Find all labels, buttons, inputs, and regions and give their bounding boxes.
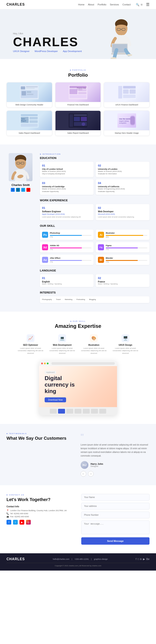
- about-photo: [9, 153, 33, 181]
- contact-ig-icon[interactable]: ◎: [26, 520, 31, 524]
- testimonial-eyebrow: ● TESTIMONIALS: [7, 432, 75, 434]
- expertise-card-web: 💻 Web Development Lorem ipsum dolor sit …: [48, 334, 76, 354]
- edu-num-2: 02: [98, 164, 147, 167]
- testimonial-next-btn[interactable]: →: [88, 471, 94, 477]
- preview-download-btn[interactable]: Download Now: [45, 397, 66, 402]
- nav-logo[interactable]: CHARLES: [7, 2, 25, 6]
- skill-grid: Ps Photoshop 77% Ai Illustrator 90%: [40, 230, 149, 265]
- footer-contact-info: hello@charles.com | +200-485-12291 | gra…: [53, 558, 108, 560]
- nav-link-about[interactable]: About: [88, 3, 94, 6]
- footer-fb-icon[interactable]: f: [136, 558, 136, 561]
- nav-link-contact[interactable]: Contact: [122, 3, 131, 6]
- skill-icon-ps: Ps: [42, 232, 48, 238]
- testimonial-author: HJ Harry John Designer: [81, 461, 149, 469]
- skill-name-ae: After Effect: [50, 257, 92, 259]
- grid-icon[interactable]: ⊞: [141, 3, 142, 6]
- svg-text:Finance Kits: Finance Kits: [77, 87, 86, 89]
- fax-icon: 📠: [7, 516, 9, 518]
- edu-card-4: 04 University of California Master of En…: [96, 179, 149, 194]
- portfolio-grid: Web Design Community Header Finance Kits…: [7, 82, 149, 136]
- skill-info-xd: Adobe XD 77%: [50, 244, 92, 250]
- svg-rect-38: [21, 124, 38, 127]
- portfolio-thumb-4: Sales Report: [7, 111, 52, 130]
- portfolio-label-4: Sales Report Dashboard: [7, 130, 52, 136]
- work-desc-1: Lorem ipsum dolor sit amet consectetur a…: [42, 216, 92, 218]
- interest-1: Photography: [42, 298, 52, 301]
- social-fb-icon[interactable]: f: [11, 188, 15, 192]
- skill-pct-bl: 77%: [106, 261, 147, 263]
- search-icon[interactable]: 🔍: [136, 3, 139, 6]
- expertise-preview: Appboard Digitalcurrency isking Download…: [39, 361, 117, 416]
- social-li-icon[interactable]: in: [16, 188, 20, 192]
- menu-icon[interactable]: ☰: [146, 2, 149, 7]
- portfolio-card-1[interactable]: Web Design Community Header: [7, 82, 52, 108]
- footer-bottom: Copyright © 2022 charles.com | All Reser…: [7, 563, 149, 567]
- preview-dot-red: [41, 362, 43, 364]
- work-company-1: Apple Developer (2016-2018): [42, 213, 92, 215]
- portfolio-preview-1: [20, 85, 39, 100]
- contact-section: ● CONTACT US Let's Work Together? Contac…: [0, 485, 156, 553]
- portfolio-card-2[interactable]: Finance Kits Dashboard Finance/ Kits Das…: [55, 82, 101, 108]
- preview-header: [39, 361, 117, 366]
- testimonial-section: ● TESTIMONIALS What We Say Our Customers…: [0, 424, 156, 485]
- skill-card-bl: Bl Blender 77%: [96, 254, 149, 265]
- skill-card-ps: Ps Photoshop 77%: [40, 230, 94, 240]
- lang-num-1: 01: [42, 276, 92, 280]
- contact-fb-icon[interactable]: f: [7, 520, 11, 524]
- footer-yt-icon[interactable]: ▶: [143, 558, 145, 561]
- svg-rect-34: [21, 114, 38, 116]
- lang-num-2: 02: [98, 276, 147, 280]
- about-person-svg: [9, 153, 33, 181]
- form-phone-input[interactable]: [81, 512, 149, 518]
- skill-info-ai: Illustrator 90%: [106, 232, 147, 238]
- footer-social-icons: f t in ▶ Be: [136, 558, 149, 561]
- nav-icons: 🔍 ⊞: [136, 3, 142, 6]
- portfolio-card-4[interactable]: Sales Report Sales Report Dashboard: [7, 110, 52, 136]
- portfolio-card-5[interactable]: Sales Report Dashboard: [55, 110, 101, 136]
- skill-info-fig: Figma 77%: [106, 244, 147, 250]
- portfolio-card-6[interactable]: Use the world's largest startup ecosyste…: [104, 110, 149, 136]
- footer-in-icon[interactable]: in: [140, 558, 142, 561]
- form-submit-btn[interactable]: Send Message: [81, 537, 149, 545]
- nav-link-home[interactable]: Home: [78, 3, 84, 6]
- work-role-2: Web Developer: [98, 210, 147, 213]
- form-message-input[interactable]: [81, 520, 149, 534]
- contact-eyebrow: ● CONTACT US: [7, 494, 75, 496]
- edu-degree-4: Master of Engineering (2016-2018)Graduat…: [98, 188, 147, 192]
- footer-phone: +200-485-12291: [74, 558, 89, 560]
- svg-rect-36: [29, 117, 38, 120]
- footer-tw-icon[interactable]: t: [138, 558, 138, 561]
- contact-form: Send Message: [81, 494, 149, 545]
- skill-pct-xd: 77%: [50, 249, 92, 250]
- skill-card-ai: Ai Illustrator 90%: [96, 230, 149, 240]
- lang-card-1: 01 English Basic / Writing / Speaking: [40, 274, 94, 287]
- language-grid: 01 English Basic / Writing / Speaking 02…: [40, 274, 149, 287]
- preview-thumb-4: [74, 409, 82, 414]
- expertise-card-seo: 📈 SEO Optimizer Lorem ipsum dolor sit am…: [17, 334, 45, 354]
- expertise-title: Amazing Expertise: [7, 323, 149, 329]
- nav-links: Home About Portfolio Services Contact 🔍 …: [78, 2, 149, 7]
- form-email-input[interactable]: [81, 503, 149, 510]
- testimonial-prev-btn[interactable]: ←: [81, 471, 86, 477]
- social-tw-icon[interactable]: t: [21, 188, 25, 192]
- nav-link-portfolio[interactable]: Portfolio: [98, 3, 106, 6]
- contact-yt-icon[interactable]: ▶: [20, 520, 24, 524]
- hero-role-sep-1: ·: [32, 50, 32, 52]
- hero-role-2: WordPress Developer: [34, 50, 58, 52]
- form-name-input[interactable]: [81, 494, 149, 500]
- interest-2: Travel: [56, 298, 61, 301]
- social-yt-icon[interactable]: yt: [26, 188, 30, 192]
- nav-link-services[interactable]: Services: [110, 3, 119, 6]
- footer-be-icon[interactable]: Be: [146, 558, 149, 561]
- portfolio-card-3[interactable]: UI/UX Finance Dashboard: [104, 82, 149, 108]
- svg-rect-37: [29, 120, 38, 123]
- contact-tw-icon[interactable]: t: [13, 520, 18, 524]
- portfolio-preview-4: Sales Report: [20, 113, 39, 128]
- contact-address-text: London Our Finance Building, Country Hub…: [10, 510, 67, 512]
- svg-rect-54: [130, 116, 135, 124]
- preview-thumb-1: [50, 409, 57, 414]
- hero-name: CHARLES: [13, 36, 100, 48]
- work-company-2: Microsoft (2016-2020): [98, 213, 147, 215]
- web-icon: 💻: [58, 334, 66, 342]
- portfolio-preview-6: Use the world's largest startup ecosyste…: [117, 113, 136, 128]
